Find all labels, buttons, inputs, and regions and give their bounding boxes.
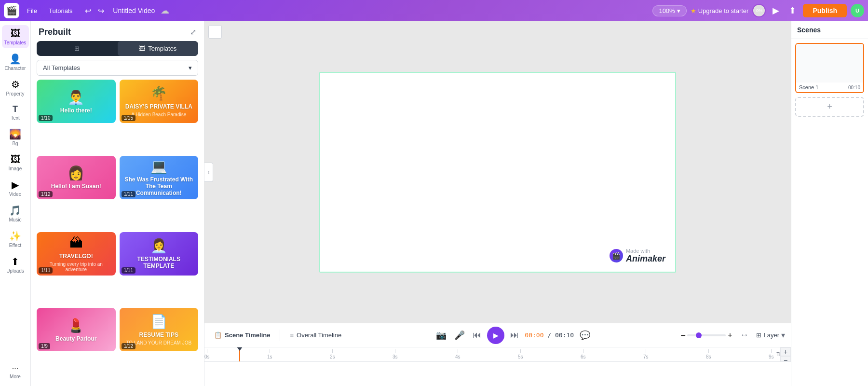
canvas-wrapper: ‹ 🎬 Made with Animaker 📋: [204, 21, 791, 386]
template-2-character: 🌴: [150, 85, 167, 101]
effect-label: Effect: [9, 243, 21, 248]
ruler-label-4: 4s: [455, 354, 461, 359]
layer-control[interactable]: ⊞ Layer ▾: [756, 331, 785, 340]
sidebar-item-bg[interactable]: 🌄 Bg: [2, 125, 29, 149]
ruler-line-2: [332, 349, 333, 353]
sidebar-item-character[interactable]: 👤 Character: [2, 50, 29, 74]
sidebar-item-video[interactable]: ▶ Video: [2, 176, 29, 200]
sidebar-item-more[interactable]: ··· More: [2, 361, 29, 382]
template-2-text: DAISY'S PRIVATE VILLA: [125, 103, 192, 110]
ruler-mark-6: 6s: [581, 349, 586, 359]
ruler-label-8: 8s: [706, 354, 711, 359]
template-4-badge: 1/11: [122, 191, 136, 197]
ruler-label-2: 2s: [330, 354, 335, 359]
zoom-thumb: [696, 332, 702, 338]
template-2-badge: 1/15: [122, 115, 136, 121]
time-adjust-buttons: + −: [780, 347, 791, 361]
upgrade-button[interactable]: ★ Upgrade to starter: [691, 7, 749, 14]
tab-grid[interactable]: ⊞: [37, 41, 118, 56]
template-5-character: 🏔: [69, 235, 83, 251]
skip-back-button[interactable]: ⏮: [471, 328, 483, 342]
template-card-4[interactable]: 💻 She Was Frustrated With The Team Commu…: [120, 156, 199, 199]
canvas-whiteboard[interactable]: 🎬 Made with Animaker: [319, 72, 676, 273]
template-card-1[interactable]: 👨‍💼 Hello there! 1/10: [37, 80, 116, 123]
ruler-mark-3: 3s: [393, 349, 398, 359]
ruler-line-6: [583, 349, 583, 353]
ruler-label-7: 7s: [643, 354, 649, 359]
time-separator: /: [547, 331, 555, 339]
ruler-label-1: 1s: [267, 354, 272, 359]
camera-button[interactable]: 📷: [434, 328, 448, 343]
sidebar-item-effect[interactable]: ✨ Effect: [2, 227, 29, 251]
tab-templates[interactable]: 🖼 Templates: [118, 41, 199, 56]
property-label: Property: [6, 91, 25, 96]
template-7-character: 💄: [68, 317, 84, 333]
tab-templates-icon: 🖼: [139, 45, 145, 52]
bg-icon: 🌄: [9, 128, 21, 140]
skip-forward-button[interactable]: ⏭: [508, 328, 521, 342]
mic-button[interactable]: 🎤: [452, 328, 467, 343]
time-add-button[interactable]: +: [780, 347, 791, 356]
template-card-6[interactable]: 👩‍💼 TESTIMONIALS TEMPLATE 1/11: [120, 232, 199, 276]
template-3-character: 👩: [68, 165, 84, 181]
tutorials-menu[interactable]: Tutorials: [45, 5, 76, 16]
dropdown-chevron-icon: ▾: [189, 64, 192, 71]
ruler-mark-5: 5s: [518, 349, 523, 359]
app-logo: 🎬: [4, 3, 19, 18]
timeline-controls: 📋 Scene Timeline ≡ Overall Timeline 📷 🎤 …: [204, 323, 791, 347]
template-card-7[interactable]: 💄 Beauty Parlour 1/9: [37, 308, 116, 351]
zoom-track[interactable]: [687, 334, 726, 336]
template-card-8[interactable]: 📄 RESUME TIPS TO LAND YOUR DREAM JOB 1/1…: [120, 308, 199, 351]
property-icon: ⚙: [11, 79, 20, 90]
sidebar-item-music[interactable]: 🎵 Music: [2, 202, 29, 225]
overall-timeline-label: Overall Timeline: [297, 331, 341, 339]
undo-redo-group: ↩ ↪: [82, 4, 107, 17]
upgrade-label: Upgrade to starter: [698, 7, 749, 14]
template-8-text: RESUME TIPS: [139, 331, 178, 338]
user-avatar[interactable]: U: [851, 4, 864, 17]
zoom-control[interactable]: 100% ▾: [652, 5, 686, 16]
playhead[interactable]: [239, 347, 240, 361]
redo-button[interactable]: ↪: [95, 4, 107, 17]
star-icon: ★: [691, 7, 696, 14]
zoom-slider[interactable]: – +: [681, 331, 732, 340]
template-8-character: 📄: [150, 314, 167, 330]
timeline-ruler: 0s 1s 2s 3s: [204, 347, 791, 362]
sidebar-item-uploads[interactable]: ⬆ Uploads: [2, 253, 29, 276]
text-label: Text: [11, 115, 19, 121]
sidebar-item-property[interactable]: ⚙ Property: [2, 76, 29, 99]
overall-timeline-icon: ≡: [290, 331, 294, 339]
publish-button[interactable]: Publish: [803, 4, 847, 17]
music-icon: 🎵: [9, 205, 21, 216]
panel-expand-button[interactable]: ⤢: [190, 28, 196, 37]
sidebar-item-text[interactable]: T Text: [2, 101, 29, 124]
template-card-3[interactable]: 👩 Hello! I am Susan! 1/12: [37, 156, 116, 199]
template-card-5[interactable]: 🏔 TRAVELGO! Turning every trip into an a…: [37, 232, 116, 276]
play-button[interactable]: ▶: [487, 327, 504, 344]
template-1-badge: 1/10: [39, 115, 53, 121]
undo-button[interactable]: ↩: [82, 4, 94, 17]
grid-icon: ⊞: [74, 45, 80, 52]
zoom-value: 100%: [659, 7, 675, 14]
time-subtract-button[interactable]: −: [780, 356, 791, 362]
panel-collapse-button[interactable]: ‹: [204, 163, 213, 182]
expand-width-button[interactable]: ↔: [738, 328, 750, 342]
ruler-line-9: [771, 349, 772, 353]
scene-card-1[interactable]: Scene 1 00:10: [795, 43, 864, 93]
play-preview-button[interactable]: ▶: [770, 3, 782, 18]
templates-dropdown[interactable]: All Templates ▾: [37, 60, 198, 76]
scenes-list: Scene 1 00:10 +: [791, 39, 868, 386]
file-menu[interactable]: File: [23, 5, 41, 16]
share-button[interactable]: ⬆: [786, 3, 799, 18]
add-scene-button[interactable]: +: [795, 97, 864, 117]
templates-panel: Prebuilt ⤢ ⊞ 🖼 Templates All Templates ▾…: [31, 21, 204, 386]
sidebar-item-templates[interactable]: 🖼 Templates: [2, 25, 29, 48]
template-card-2[interactable]: 🌴 DAISY'S PRIVATE VILLA A Hidden Beach P…: [120, 80, 199, 123]
overall-timeline-tab[interactable]: ≡ Overall Timeline: [286, 330, 345, 341]
scene-timeline-tab[interactable]: 📋 Scene Timeline: [210, 330, 274, 341]
subtitles-button[interactable]: 💬: [578, 328, 592, 343]
canvas-corner-control[interactable]: [208, 25, 222, 39]
sidebar-item-image[interactable]: 🖼 Image: [2, 151, 29, 174]
scene-1-time: 00:10: [848, 85, 860, 90]
template-6-badge: 1/11: [122, 267, 136, 274]
